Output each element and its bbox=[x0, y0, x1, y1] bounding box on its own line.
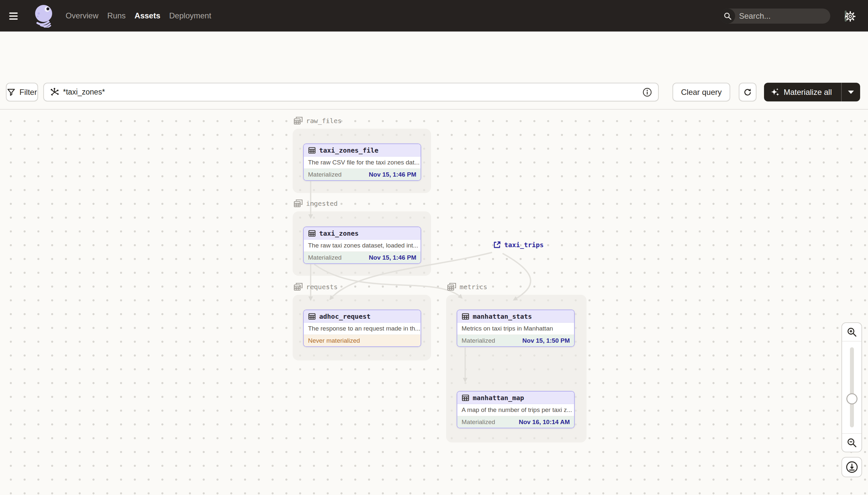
status-badge: Materialized bbox=[308, 254, 341, 261]
refresh-graph-button[interactable] bbox=[739, 83, 757, 101]
asset-status-bar: Never materialized bbox=[304, 335, 421, 346]
nav-item-overview[interactable]: Overview bbox=[66, 11, 99, 20]
table-icon bbox=[308, 147, 316, 154]
asset-query-input[interactable] bbox=[63, 88, 642, 97]
materialize-all-button[interactable]: Materialize all bbox=[764, 83, 860, 101]
lineage-edges bbox=[0, 109, 868, 495]
filter-button[interactable]: Filter bbox=[6, 83, 38, 101]
asset-status-bar: Materialized Nov 15, 1:46 PM bbox=[304, 169, 421, 180]
asset-name: manhattan_map bbox=[473, 394, 524, 402]
zoom-control-panel bbox=[842, 322, 862, 452]
settings-gear-icon[interactable] bbox=[844, 10, 857, 23]
zoom-slider[interactable] bbox=[842, 341, 862, 433]
lineage-toolbar: Filter Clear query bbox=[0, 76, 868, 109]
asset-status-bar: Materialized Nov 15, 1:50 PM bbox=[457, 335, 574, 346]
status-badge: Never materialized bbox=[308, 337, 360, 344]
asset-graph-query-icon bbox=[50, 88, 59, 97]
query-info-icon[interactable] bbox=[642, 87, 652, 97]
asset-description: The raw taxi zones dataset, loaded int..… bbox=[304, 240, 421, 252]
table-icon bbox=[462, 312, 470, 320]
group-table-icon bbox=[447, 282, 457, 291]
group-label-requests[interactable]: requests bbox=[293, 282, 338, 291]
group-name: ingested bbox=[306, 200, 338, 207]
external-link-icon bbox=[493, 241, 501, 249]
status-badge: Materialized bbox=[462, 337, 495, 344]
group-label-metrics[interactable]: metrics bbox=[447, 282, 487, 291]
materialize-all-label: Materialize all bbox=[784, 88, 832, 97]
asset-description: A map of the number of trips per taxi z.… bbox=[457, 404, 574, 416]
status-badge: Materialized bbox=[462, 419, 495, 426]
group-name: requests bbox=[306, 283, 338, 291]
search-input[interactable] bbox=[735, 12, 845, 21]
chevron-down-icon bbox=[848, 90, 854, 94]
zoom-slider-thumb[interactable] bbox=[846, 393, 857, 405]
recenter-icon bbox=[845, 461, 858, 474]
group-label-raw-files[interactable]: raw_files bbox=[293, 116, 341, 125]
sparkle-icon bbox=[770, 88, 780, 97]
nav-item-deployment[interactable]: Deployment bbox=[169, 11, 211, 20]
table-icon bbox=[462, 394, 470, 402]
zoom-out-icon bbox=[847, 438, 857, 448]
nav-links: Overview Runs Assets Deployment bbox=[66, 0, 211, 32]
group-name: raw_files bbox=[306, 117, 341, 125]
refresh-icon bbox=[743, 88, 752, 97]
status-badge: Materialized bbox=[308, 171, 341, 178]
asset-node-manhattan-stats[interactable]: manhattan_stats Metrics on taxi trips in… bbox=[457, 309, 575, 347]
top-nav-bar: Overview Runs Assets Deployment / bbox=[0, 0, 868, 32]
filter-funnel-icon bbox=[7, 88, 15, 97]
materialize-options-caret[interactable] bbox=[842, 83, 860, 101]
zoom-in-button[interactable] bbox=[842, 323, 862, 341]
asset-name: taxi_zones_file bbox=[319, 147, 378, 154]
table-icon bbox=[308, 229, 316, 237]
asset-name: manhattan_stats bbox=[473, 312, 532, 320]
asset-name: taxi_zones bbox=[319, 229, 358, 237]
status-timestamp: Nov 15, 1:46 PM bbox=[369, 254, 416, 261]
external-asset-name: taxi_trips bbox=[504, 241, 544, 249]
global-search[interactable]: / bbox=[720, 8, 830, 24]
zoom-in-icon bbox=[847, 327, 857, 338]
asset-node-adhoc-request[interactable]: adhoc_request The response to an request… bbox=[303, 309, 421, 347]
asset-name: adhoc_request bbox=[319, 312, 371, 320]
page-header: Global Asset Lineage Reload definitions bbox=[0, 32, 868, 76]
asset-node-taxi-zones-file[interactable]: taxi_zones_file The raw CSV file for the… bbox=[303, 143, 421, 181]
asset-description: The raw CSV file for the taxi zones dat.… bbox=[304, 157, 421, 169]
zoom-out-button[interactable] bbox=[842, 433, 862, 452]
filter-button-label: Filter bbox=[19, 88, 37, 97]
asset-query-box[interactable] bbox=[43, 83, 659, 101]
asset-description: Metrics on taxi trips in Manhattan bbox=[457, 323, 574, 335]
clear-query-label: Clear query bbox=[681, 88, 722, 97]
nav-item-assets[interactable]: Assets bbox=[135, 11, 160, 20]
dagster-logo-icon[interactable] bbox=[34, 5, 54, 28]
recenter-view-button[interactable] bbox=[842, 457, 862, 477]
asset-node-manhattan-map[interactable]: manhattan_map A map of the number of tri… bbox=[457, 391, 575, 428]
status-timestamp: Nov 16, 10:14 AM bbox=[519, 419, 570, 426]
status-timestamp: Nov 15, 1:46 PM bbox=[369, 171, 416, 178]
group-table-icon bbox=[293, 116, 303, 125]
zoom-slider-track[interactable] bbox=[850, 347, 854, 427]
lineage-canvas[interactable]: raw_files ingested requests bbox=[0, 109, 868, 495]
materialize-all-main[interactable]: Materialize all bbox=[764, 88, 841, 97]
group-table-icon bbox=[293, 199, 303, 208]
table-icon bbox=[308, 312, 316, 320]
group-name: metrics bbox=[460, 283, 487, 291]
search-icon bbox=[720, 8, 735, 24]
asset-description: The response to an request made in th... bbox=[304, 323, 421, 335]
asset-status-bar: Materialized Nov 15, 1:46 PM bbox=[304, 252, 421, 263]
hamburger-menu-icon[interactable] bbox=[9, 13, 18, 20]
clear-query-button[interactable]: Clear query bbox=[672, 83, 730, 101]
group-table-icon bbox=[293, 282, 303, 291]
asset-status-bar: Materialized Nov 16, 10:14 AM bbox=[457, 416, 574, 428]
edge-taxi-trips-to-manhattan-stats bbox=[502, 253, 531, 300]
asset-node-taxi-zones[interactable]: taxi_zones The raw taxi zones dataset, l… bbox=[303, 226, 421, 264]
external-asset-taxi-trips[interactable]: taxi_trips bbox=[493, 241, 544, 249]
status-timestamp: Nov 15, 1:50 PM bbox=[522, 337, 570, 344]
group-label-ingested[interactable]: ingested bbox=[293, 199, 338, 208]
nav-item-runs[interactable]: Runs bbox=[107, 11, 126, 20]
